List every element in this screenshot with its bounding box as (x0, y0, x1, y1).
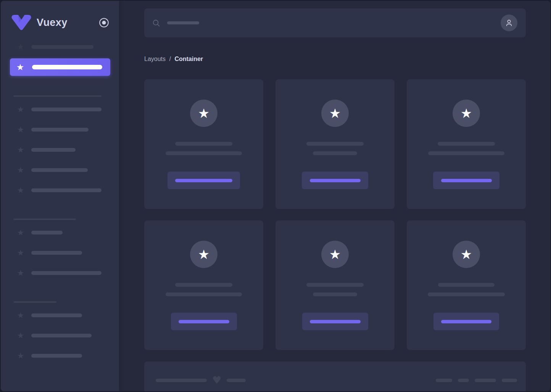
menu-label-skeleton (32, 65, 102, 69)
sidebar-item[interactable]: ★ (16, 228, 110, 237)
footer-links (436, 379, 517, 382)
placeholder-card: ★ (144, 220, 263, 350)
menu-label-skeleton (31, 271, 102, 275)
footer-card: ♥ (144, 361, 526, 392)
main-content: Layouts / Container ★★★★★★ ♥ (119, 1, 550, 391)
title-line-skeleton (306, 283, 364, 287)
star-avatar: ★ (321, 100, 349, 127)
button-label-skeleton (441, 320, 491, 323)
sidebar-item-active[interactable]: ★ (10, 58, 110, 76)
menu-label-skeleton (31, 108, 102, 111)
title-line-skeleton (438, 283, 495, 287)
placeholder-card: ★ (276, 79, 395, 209)
star-icon: ★ (198, 106, 209, 120)
sidebar-item[interactable]: ★ (16, 165, 110, 175)
sidebar-item[interactable]: ★ (16, 331, 110, 340)
app-window: Vuexy ★★★★★★★★★★★★★ (0, 0, 551, 392)
menu-label-skeleton (31, 45, 93, 49)
star-icon: ★ (461, 106, 472, 120)
sidebar-item[interactable]: ★ (16, 248, 110, 257)
placeholder-card: ★ (407, 79, 526, 209)
menu-label-skeleton (31, 148, 76, 152)
star-icon: ★ (16, 145, 25, 154)
sidebar-item[interactable]: ★ (16, 268, 110, 278)
star-icon: ★ (16, 63, 25, 72)
footer-link-skeleton (436, 379, 452, 382)
star-icon: ★ (16, 125, 25, 134)
subtitle-line-skeleton (166, 151, 242, 155)
star-avatar: ★ (453, 100, 480, 127)
card-button[interactable] (302, 172, 368, 189)
sidebar-item[interactable]: ★ (16, 125, 110, 134)
star-icon: ★ (16, 105, 25, 114)
sidebar-nav: ★★★★★★★★★★★★★ (1, 42, 119, 360)
button-label-skeleton (310, 320, 361, 323)
subtitle-line-skeleton (313, 292, 357, 296)
title-line-skeleton (175, 283, 232, 287)
card-button[interactable] (302, 313, 368, 330)
footer-link-skeleton (475, 379, 496, 382)
star-icon: ★ (16, 268, 25, 278)
star-avatar: ★ (190, 241, 218, 268)
star-icon: ★ (16, 248, 25, 257)
menu-label-skeleton (31, 128, 89, 132)
section-header-skeleton (13, 218, 76, 220)
footer-link-skeleton (458, 379, 469, 382)
button-label-skeleton (441, 179, 492, 182)
footer-text-skeleton (227, 379, 246, 382)
search-icon (152, 19, 161, 27)
star-icon: ★ (16, 165, 25, 175)
search-bar[interactable] (144, 8, 526, 37)
card-button[interactable] (433, 172, 499, 189)
breadcrumb-separator: / (169, 56, 171, 62)
brand-title: Vuexy (37, 17, 68, 29)
sidebar-item[interactable]: ★ (16, 145, 110, 154)
star-icon: ★ (16, 42, 25, 51)
card-grid: ★★★★★★ (144, 79, 526, 350)
sidebar-item[interactable]: ★ (16, 186, 110, 195)
star-icon: ★ (329, 247, 341, 261)
button-label-skeleton (179, 320, 229, 323)
subtitle-line-skeleton (428, 151, 504, 155)
star-avatar: ★ (190, 100, 218, 127)
star-icon: ★ (16, 186, 25, 195)
breadcrumb: Layouts / Container (144, 56, 550, 63)
sidebar-item[interactable]: ★ (16, 351, 110, 360)
card-button[interactable] (171, 313, 237, 330)
sidebar-item[interactable]: ★ (16, 311, 110, 320)
sidebar-item[interactable]: ★ (16, 105, 110, 114)
subtitle-line-skeleton (313, 151, 357, 155)
star-icon: ★ (16, 331, 25, 340)
star-avatar: ★ (321, 241, 349, 268)
sidebar-header: Vuexy (1, 1, 119, 30)
menu-label-skeleton (31, 354, 82, 358)
title-line-skeleton (175, 142, 232, 146)
star-icon: ★ (198, 247, 209, 261)
vuexy-logo-icon[interactable] (11, 15, 31, 30)
placeholder-card: ★ (407, 220, 526, 350)
title-line-skeleton (438, 142, 495, 146)
section-header-skeleton (13, 301, 56, 303)
radio-circle-icon[interactable] (99, 18, 109, 28)
star-icon: ★ (16, 228, 25, 237)
star-icon: ★ (461, 247, 472, 261)
card-button[interactable] (168, 172, 240, 189)
sidebar-item[interactable]: ★ (16, 42, 110, 51)
star-avatar: ★ (453, 241, 480, 268)
button-label-skeleton (175, 179, 232, 182)
menu-label-skeleton (31, 231, 63, 235)
footer-text-skeleton (156, 379, 207, 382)
heart-icon: ♥ (212, 375, 221, 385)
title-line-skeleton (306, 142, 364, 146)
star-icon: ★ (16, 311, 25, 320)
menu-label-skeleton (31, 188, 102, 192)
card-button[interactable] (433, 313, 499, 330)
subtitle-line-skeleton (428, 292, 505, 296)
breadcrumb-section-link[interactable]: Layouts (144, 56, 166, 62)
button-label-skeleton (310, 179, 361, 182)
footer-link-skeleton (502, 379, 517, 382)
breadcrumb-current: Container (174, 56, 203, 62)
user-avatar-button[interactable] (501, 14, 517, 31)
menu-label-skeleton (31, 334, 92, 337)
subtitle-line-skeleton (166, 292, 242, 296)
